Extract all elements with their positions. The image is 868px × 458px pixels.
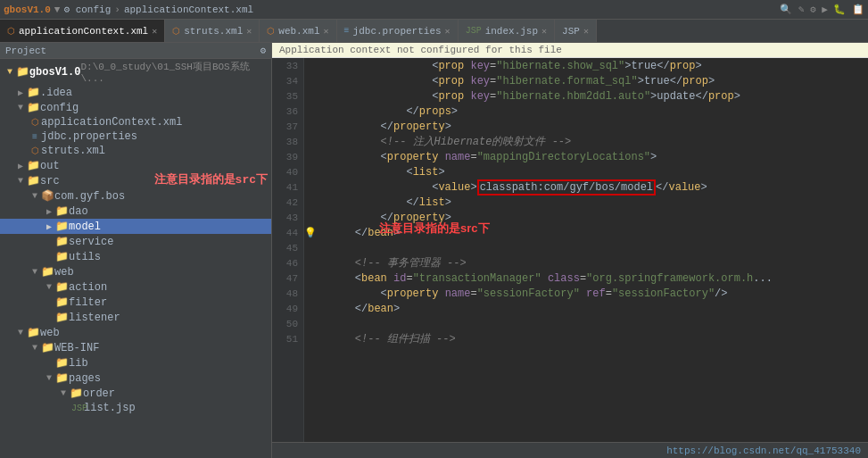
top-file: applicationContext.xml [124,4,253,15]
tab-more[interactable]: JSP ✕ [555,20,597,42]
tab-applicationcontext[interactable]: ⬡ applicationContext.xml ✕ [0,20,165,42]
gutter: 💡 [304,58,322,442]
tree-item-gbosv1[interactable]: ▼ 📁 gbosV1.0 D:\0_0_study\01_SSH项目BOS系统\… [0,59,271,85]
project-icon: ▼ [4,67,16,77]
src-section: ▼ 📁 src 注意目录指的是src下 [0,173,271,188]
expand-dao-icon: ▶ [43,206,55,217]
line-numbers: 33 34 35 36 37 38 39 40 41 42 43 44 45 4… [272,58,304,442]
tab-bar: ⬡ applicationContext.xml ✕ ⬡ struts.xml … [0,20,868,43]
expand-out-icon: ▶ [14,161,27,171]
top-toolbar: gbosV1.0 ▼ ⚙ config › applicationContext… [0,0,868,20]
code-editor[interactable]: <prop key="hibernate.show_sql">true</pro… [322,58,868,442]
code-line-49: </bean> [322,301,868,316]
tree-item-web-src[interactable]: ▼ 📁 web [0,264,271,279]
tree-item-web[interactable]: ▼ 📁 web [0,325,271,340]
tree-item-listener[interactable]: 📁 listener [0,310,271,325]
expand-pages-icon: ▼ [43,373,55,383]
src-annotation: 注意目录指的是src下 [154,171,268,187]
file-appctx-icon: ⬡ [29,117,41,128]
expand-icon: ▶ [14,87,27,98]
code-line-36: </props> [322,104,868,119]
tree-item-lib[interactable]: 📁 lib [0,355,271,371]
csdn-url: https://blog.csdn.net/qq_41753340 [666,446,861,456]
tree-item-comgyfbos[interactable]: ▼ 📦 com.gyf.bos [0,188,271,204]
code-line-51: <!-- 组件扫描 --> [322,331,868,346]
code-line-45 [322,240,868,255]
tab-struts[interactable]: ⬡ struts.xml ✕ [165,20,260,42]
tree-item-idea[interactable]: ▶ 📁 .idea [0,85,271,100]
tree-item-filter[interactable]: 📁 filter [0,295,271,310]
code-line-38: <!-- 注入Hibernate的映射文件 --> [322,134,868,149]
tab-close-index[interactable]: ✕ [541,26,547,37]
tab-indexjsp[interactable]: JSP index.jsp ✕ [459,20,555,42]
main-layout: Project ⚙ ▼ 📁 gbosV1.0 D:\0_0_study\01_S… [0,43,868,458]
sidebar-header: Project ⚙ [0,43,271,59]
code-line-37: </property> [322,119,868,134]
code-line-44: </bean> [322,225,868,240]
warning-banner: Application context not configured for t… [272,43,868,58]
expand-order-icon: ▼ [57,388,70,398]
expand-src-icon: ▼ [14,176,27,186]
tab-close-appctx[interactable]: ✕ [152,26,157,37]
tree-item-model[interactable]: ▶ 📁 model [0,219,271,234]
tree-item-service[interactable]: 📁 service [0,234,271,249]
sidebar: Project ⚙ ▼ 📁 gbosV1.0 D:\0_0_study\01_S… [0,43,272,458]
expand-webinf-icon: ▼ [29,343,41,353]
bottom-bar: https://blog.csdn.net/qq_41753340 [272,442,868,458]
code-line-42: </list> [322,195,868,210]
warning-text: Application context not configured for t… [279,45,562,55]
listjsp-icon: JSP [71,404,84,413]
tree-item-listjsp[interactable]: JSP list.jsp [0,401,271,415]
tree-item-dao[interactable]: ▶ 📁 dao [0,204,271,219]
expand-action-icon: ▼ [43,282,55,292]
tree-item-webinf[interactable]: ▼ 📁 WEB-INF [0,340,271,355]
tree-item-jdbc[interactable]: ≡ jdbc.properties [0,129,271,144]
code-line-48: <property name="sessionFactory" ref="ses… [322,286,868,301]
tree-item-order[interactable]: ▼ 📁 order [0,386,271,401]
code-line-33: <prop key="hibernate.show_sql">true</pro… [322,58,868,73]
code-line-43: </property> [322,210,868,225]
file-struts-icon: ⬡ [29,146,41,156]
tree-item-action[interactable]: ▼ 📁 action [0,279,271,295]
tree-item-struts[interactable]: ⬡ struts.xml [0,144,271,158]
file-jdbc-icon: ≡ [29,132,41,142]
expand-model-icon: ▶ [43,221,55,232]
code-line-40: <list> [322,164,868,179]
code-line-41: <value>classpath:com/gyf/bos/model</valu… [322,179,868,195]
code-line-35: <prop key="hibernate.hbm2ddl.auto">updat… [322,88,868,104]
code-line-39: <property name="mappingDirectoryLocation… [322,149,868,164]
expand-pkg-icon: ▼ [29,191,41,201]
project-label: gbosV1.0 [4,4,51,15]
tab-close-web[interactable]: ✕ [324,26,329,37]
expand-web-icon: ▼ [14,328,27,337]
expand-web-src-icon: ▼ [29,267,41,277]
right-panel: Application context not configured for t… [272,43,868,458]
code-line-50 [322,316,868,331]
tab-close-jdbc[interactable]: ✕ [445,26,451,37]
tab-close-struts[interactable]: ✕ [246,26,252,37]
code-line-47: <bean id="transactionManager" class="org… [322,271,868,286]
top-config: ⚙ config [63,4,111,15]
tree-item-appctx[interactable]: ⬡ applicationContext.xml [0,115,271,129]
code-line-46: <!-- 事务管理器 --> [322,255,868,271]
tree-item-config[interactable]: ▼ 📁 config [0,100,271,115]
tab-close-more[interactable]: ✕ [583,26,589,37]
code-line-34: <prop key="hibernate.format_sql">true</p… [322,73,868,88]
tab-web[interactable]: ⬡ web.xml ✕ [260,20,336,42]
code-area[interactable]: 33 34 35 36 37 38 39 40 41 42 43 44 45 4… [272,58,868,442]
sidebar-settings-icon[interactable]: ⚙ [260,45,266,56]
tab-jdbc[interactable]: ≡ jdbc.properties ✕ [337,20,459,42]
expand-config-icon: ▼ [14,103,27,112]
tree-item-pages[interactable]: ▼ 📁 pages [0,371,271,386]
tree-item-utils[interactable]: 📁 utils [0,249,271,264]
sidebar-title: Project [5,46,46,56]
bulb-icon[interactable]: 💡 [304,225,322,240]
